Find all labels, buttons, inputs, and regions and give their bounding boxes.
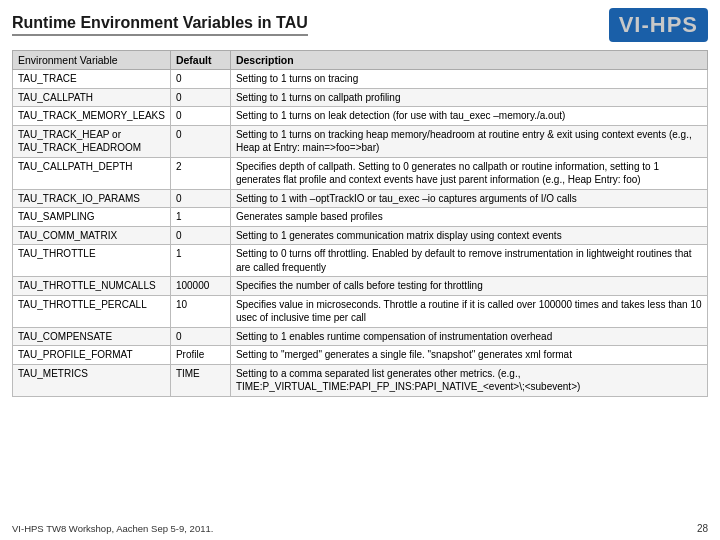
table-row: TAU_TRACE0Setting to 1 turns on tracing <box>13 70 708 89</box>
cell-default: 1 <box>170 208 230 227</box>
table-row: TAU_METRICSTIMESetting to a comma separa… <box>13 364 708 396</box>
cell-default: 100000 <box>170 277 230 296</box>
table-row: TAU_TRACK_MEMORY_LEAKS0Setting to 1 turn… <box>13 107 708 126</box>
cell-variable: TAU_SAMPLING <box>13 208 171 227</box>
cell-default: 0 <box>170 125 230 157</box>
cell-variable: TAU_COMM_MATRIX <box>13 226 171 245</box>
table-row: TAU_TRACK_IO_PARAMS0Setting to 1 with –o… <box>13 189 708 208</box>
col-header-default: Default <box>170 51 230 70</box>
page-title: Runtime Environment Variables in TAU <box>12 14 308 36</box>
cell-description: Generates sample based profiles <box>230 208 707 227</box>
cell-variable: TAU_CALLPATH_DEPTH <box>13 157 171 189</box>
table-row: TAU_THROTTLE_NUMCALLS100000Specifies the… <box>13 277 708 296</box>
table-row: TAU_COMM_MATRIX0Setting to 1 generates c… <box>13 226 708 245</box>
cell-default: Profile <box>170 346 230 365</box>
table-row: TAU_SAMPLING1Generates sample based prof… <box>13 208 708 227</box>
cell-default: 0 <box>170 88 230 107</box>
page: Runtime Environment Variables in TAU VI-… <box>0 0 720 540</box>
table-row: TAU_THROTTLE1Setting to 0 turns off thro… <box>13 245 708 277</box>
cell-description: Setting to 1 with –optTrackIO or tau_exe… <box>230 189 707 208</box>
cell-description: Setting to 1 generates communication mat… <box>230 226 707 245</box>
cell-default: TIME <box>170 364 230 396</box>
cell-variable: TAU_THROTTLE_NUMCALLS <box>13 277 171 296</box>
table-row: TAU_THROTTLE_PERCALL10Specifies value in… <box>13 295 708 327</box>
table-row: TAU_PROFILE_FORMATProfileSetting to "mer… <box>13 346 708 365</box>
col-header-desc: Description <box>230 51 707 70</box>
cell-variable: TAU_TRACK_IO_PARAMS <box>13 189 171 208</box>
footer-page: 28 <box>697 523 708 534</box>
cell-default: 0 <box>170 226 230 245</box>
cell-variable: TAU_COMPENSATE <box>13 327 171 346</box>
logo-text: VI-HPS <box>619 12 698 37</box>
table-header-row: Environment Variable Default Description <box>13 51 708 70</box>
cell-description: Specifies value in microseconds. Throttl… <box>230 295 707 327</box>
cell-description: Setting to 1 enables runtime compensatio… <box>230 327 707 346</box>
cell-description: Setting to 1 turns on callpath profiling <box>230 88 707 107</box>
footer-left: VI-HPS TW8 Workshop, Aachen Sep 5-9, 201… <box>12 523 213 534</box>
cell-description: Specifies depth of callpath. Setting to … <box>230 157 707 189</box>
cell-variable: TAU_THROTTLE <box>13 245 171 277</box>
cell-variable: TAU_METRICS <box>13 364 171 396</box>
cell-variable: TAU_CALLPATH <box>13 88 171 107</box>
variables-table: Environment Variable Default Description… <box>12 50 708 397</box>
cell-variable: TAU_TRACK_MEMORY_LEAKS <box>13 107 171 126</box>
table-row: TAU_CALLPATH_DEPTH2Specifies depth of ca… <box>13 157 708 189</box>
table-row: TAU_COMPENSATE0Setting to 1 enables runt… <box>13 327 708 346</box>
cell-description: Setting to "merged" generates a single f… <box>230 346 707 365</box>
cell-description: Setting to 1 turns on leak detection (fo… <box>230 107 707 126</box>
footer: VI-HPS TW8 Workshop, Aachen Sep 5-9, 201… <box>12 523 708 534</box>
cell-variable: TAU_PROFILE_FORMAT <box>13 346 171 365</box>
cell-default: 10 <box>170 295 230 327</box>
cell-description: Setting to a comma separated list genera… <box>230 364 707 396</box>
cell-default: 0 <box>170 327 230 346</box>
cell-description: Setting to 1 turns on tracing <box>230 70 707 89</box>
cell-variable: TAU_TRACK_HEAP or TAU_TRACK_HEADROOM <box>13 125 171 157</box>
logo: VI-HPS <box>609 8 708 42</box>
header: Runtime Environment Variables in TAU VI-… <box>12 8 708 42</box>
cell-default: 0 <box>170 107 230 126</box>
cell-variable: TAU_TRACE <box>13 70 171 89</box>
table-row: TAU_CALLPATH0Setting to 1 turns on callp… <box>13 88 708 107</box>
cell-variable: TAU_THROTTLE_PERCALL <box>13 295 171 327</box>
cell-description: Setting to 0 turns off throttling. Enabl… <box>230 245 707 277</box>
table-row: TAU_TRACK_HEAP or TAU_TRACK_HEADROOM0Set… <box>13 125 708 157</box>
col-header-var: Environment Variable <box>13 51 171 70</box>
cell-default: 1 <box>170 245 230 277</box>
cell-description: Setting to 1 turns on tracking heap memo… <box>230 125 707 157</box>
cell-default: 0 <box>170 189 230 208</box>
cell-default: 2 <box>170 157 230 189</box>
cell-default: 0 <box>170 70 230 89</box>
cell-description: Specifies the number of calls before tes… <box>230 277 707 296</box>
